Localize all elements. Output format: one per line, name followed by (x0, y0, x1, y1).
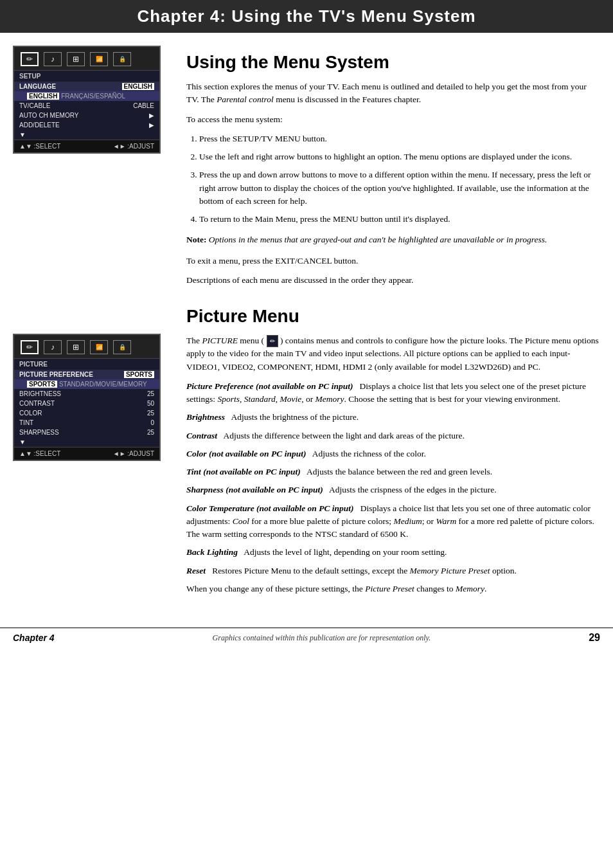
using-menu-heading: Using the Menu System (186, 52, 600, 73)
picture-menu-box: PICTURE PICTURE PREFERENCE SPORTS SPORTS… (13, 334, 161, 461)
picture-section-label: PICTURE (14, 359, 159, 370)
setup-menu-icons (14, 47, 159, 71)
main-content: SETUP LANGUAGE ENGLISH ENGLISH FRANÇAIS/… (0, 33, 613, 615)
access-label: To access the menu system: (186, 113, 600, 126)
step-4: To return to the Main Menu, press the ME… (199, 213, 600, 226)
setup-menu-footer: ▲▼ :SELECT ◄► :ADJUST (14, 140, 159, 152)
footer-center-text: Graphics contained within this publicati… (213, 633, 431, 643)
picture-color-row: COLOR 25 (14, 408, 159, 418)
pic-desc-backlight: Back Lighting Adjusts the level of light… (186, 546, 600, 559)
note-text: Note: Options in the menus that are gray… (186, 233, 600, 246)
screen-icon (67, 52, 85, 66)
pic-desc-brightness: Brightness Adjusts the brightness of the… (186, 411, 600, 424)
picture-adjust-label: ◄► :ADJUST (113, 450, 154, 457)
setup-adddelete-row: ADD/DELETE ▶ (14, 120, 159, 130)
picture-menu-heading: Picture Menu (186, 306, 600, 327)
setup-section-label: SETUP (14, 71, 159, 82)
steps-list: Press the SETUP/TV MENU button. Use the … (186, 132, 600, 226)
exit-text: To exit a menu, press the EXIT/CANCEL bu… (186, 255, 600, 267)
lock-icon (113, 52, 131, 66)
setup-language-row: LANGUAGE ENGLISH (14, 82, 159, 91)
picture-menu-footer: ▲▼ :SELECT ◄► :ADJUST (14, 447, 159, 460)
left-spacer (13, 167, 167, 334)
sound-icon (44, 52, 62, 66)
picture-intro: The PICTURE menu ( ✏ ) contains menus an… (186, 334, 600, 374)
picture-signal-icon (90, 340, 108, 354)
picture-pref-sub: SPORTS STANDARD/MOVIE/MEMORY (14, 379, 159, 389)
setup-autochmemory-row: AUTO CH MEMORY ▶ (14, 111, 159, 120)
picture-arrow-down: ▼ (14, 437, 159, 447)
pencil-icon (21, 52, 39, 66)
setup-menu-box: SETUP LANGUAGE ENGLISH ENGLISH FRANÇAIS/… (13, 46, 161, 154)
page-header: Chapter 4: Using the TV's Menu System (0, 0, 613, 33)
footer-page-number: 29 (589, 632, 600, 644)
setup-tvcable-row: TV/CABLE CABLE (14, 101, 159, 111)
note-box: Note: Options in the menus that are gray… (186, 233, 600, 246)
step-3: Press the up and down arrow buttons to m… (199, 168, 600, 208)
left-column: SETUP LANGUAGE ENGLISH ENGLISH FRANÇAIS/… (0, 46, 180, 602)
signal-icon (90, 52, 108, 66)
pic-desc-color-temp: Color Temperature (not available on PC i… (186, 502, 600, 541)
step-2: Use the left and right arrow buttons to … (199, 150, 600, 163)
pic-desc-color: Color (not available on PC input) Adjust… (186, 448, 600, 460)
page-footer: Chapter 4 Graphics contained within this… (0, 628, 613, 647)
setup-adjust-label: ◄► :ADJUST (113, 143, 154, 150)
picture-select-label: ▲▼ :SELECT (19, 450, 60, 457)
picture-brightness-row: BRIGHTNESS 25 (14, 389, 159, 399)
picture-pencil-icon (21, 340, 39, 354)
picture-sharpness-row: SHARPNESS 25 (14, 428, 159, 437)
picture-screen-icon (67, 340, 85, 354)
pic-desc-preference: Picture Preference (not available on PC … (186, 380, 600, 406)
pic-desc-reset: Reset Restores Picture Menu to the defau… (186, 565, 600, 577)
setup-arrow-down: ▼ (14, 130, 159, 140)
picture-closing: When you change any of these picture set… (186, 583, 600, 595)
descriptions-text: Descriptions of each menu are discussed … (186, 274, 600, 287)
picture-pref-row: PICTURE PREFERENCE SPORTS (14, 370, 159, 379)
picture-sound-icon (44, 340, 62, 354)
picture-lock-icon (113, 340, 131, 354)
step-1: Press the SETUP/TV MENU button. (199, 132, 600, 145)
using-menu-intro: This section explores the menus of your … (186, 80, 600, 107)
pic-desc-sharpness: Sharpness (not available on PC input) Ad… (186, 484, 600, 496)
setup-select-label: ▲▼ :SELECT (19, 143, 60, 150)
picture-contrast-row: CONTRAST 50 (14, 399, 159, 408)
setup-language-sub: ENGLISH FRANÇAIS/ESPAÑOL (14, 91, 159, 101)
footer-chapter-label: Chapter 4 (13, 633, 55, 643)
picture-menu-icons (14, 335, 159, 359)
picture-inline-icon: ✏ (267, 335, 278, 347)
picture-tint-row: TINT 0 (14, 418, 159, 428)
pic-desc-contrast: Contrast Adjusts the difference between … (186, 429, 600, 442)
pic-desc-tint: Tint (not available on PC input) Adjusts… (186, 466, 600, 478)
right-column: Using the Menu System This section explo… (180, 46, 613, 602)
header-title: Chapter 4: Using the TV's Menu System (137, 6, 475, 26)
